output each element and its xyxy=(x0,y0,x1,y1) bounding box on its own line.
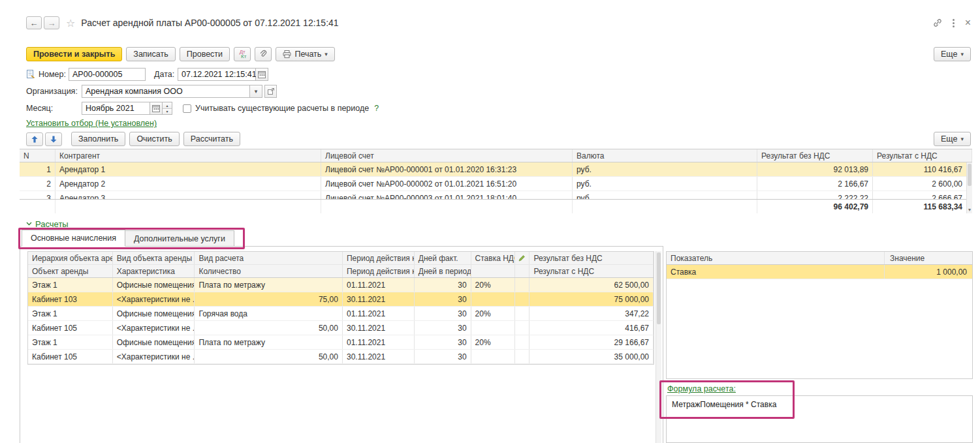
dtkt-postings-button[interactable]: ДтКт xyxy=(234,47,251,61)
back-button[interactable]: ← xyxy=(26,16,42,29)
month-stepper[interactable]: ▴ ▾ xyxy=(163,102,172,115)
table-row[interactable]: Ставка 1 000,00 xyxy=(667,265,972,279)
more-label: Еще xyxy=(941,50,957,59)
column-header: Вид расчета xyxy=(195,252,343,264)
cell: руб. xyxy=(573,162,757,176)
forward-button[interactable]: → xyxy=(44,16,59,29)
toolbar-more-button[interactable]: Еще ▾ xyxy=(934,47,971,61)
fill-label: Заполнить xyxy=(78,134,118,144)
attachments-button[interactable] xyxy=(255,47,272,61)
accruals-vertical-scrollbar[interactable] xyxy=(656,251,661,443)
table-row[interactable]: Этаж 1 Офисные помещения Плата по метраж… xyxy=(28,335,654,350)
cell: руб. xyxy=(573,191,757,199)
organization-field[interactable]: Арендная компания ООО xyxy=(82,85,250,98)
cell: 20% xyxy=(471,278,516,292)
calendar-icon[interactable] xyxy=(256,68,268,81)
cell: Арендатор 1 xyxy=(55,162,321,176)
cell: 30 xyxy=(415,307,471,320)
month-field[interactable]: Ноябрь 2021 xyxy=(82,102,150,115)
chevron-down-icon xyxy=(26,222,32,226)
get-link-icon[interactable] xyxy=(933,18,942,27)
tab-main-accruals[interactable]: Основные начисления xyxy=(22,230,125,247)
number-field[interactable]: АР00-000005 xyxy=(69,68,146,81)
pencil-icon xyxy=(515,252,530,264)
cell: 50,00 xyxy=(195,321,343,335)
close-icon[interactable]: × xyxy=(965,18,971,28)
table-row[interactable]: Этаж 1 Офисные помещения Плата по метраж… xyxy=(28,278,654,292)
calculations-collapse-toggle[interactable]: Расчеты xyxy=(26,219,69,229)
scroll-down-icon[interactable]: ▾ xyxy=(967,207,972,213)
cell: 2 166,67 xyxy=(757,177,873,191)
formula-field[interactable]: МетражПомещения * Ставка xyxy=(666,395,973,443)
column-header: Результат без НДС xyxy=(757,149,873,162)
save-button[interactable]: Записать xyxy=(126,47,175,61)
cell: 30 xyxy=(415,350,471,363)
table-row[interactable]: Этаж 1 Офисные помещения Горячая вода 01… xyxy=(28,307,654,321)
column-header xyxy=(471,265,516,277)
scrollbar-thumb[interactable] xyxy=(657,252,661,324)
total-with-vat: 115 683,34 xyxy=(873,200,972,213)
chevron-down-icon: ▾ xyxy=(960,136,964,142)
cell: 35 000,00 xyxy=(530,350,654,363)
document-icon xyxy=(26,70,35,79)
table-row[interactable]: 3 Арендатор 3 Лицевой счет №АР00-000003 … xyxy=(20,191,972,199)
cell: Лицевой счет №АР00-000003 от 01.01.2021 … xyxy=(321,191,573,199)
cell: Горячая вода xyxy=(195,307,343,320)
consider-existing-checkbox[interactable] xyxy=(183,104,191,113)
cell: 30.11.2021 xyxy=(343,292,415,306)
post-button[interactable]: Провести xyxy=(180,47,230,61)
move-up-button[interactable] xyxy=(26,132,43,146)
cell: 30.11.2021 xyxy=(343,350,415,363)
post-and-close-button[interactable]: Провести и закрыть xyxy=(26,47,122,61)
cell: 01.11.2021 xyxy=(343,307,415,320)
window-controls: × xyxy=(933,18,971,29)
help-link[interactable]: ? xyxy=(374,104,379,113)
open-reference-icon[interactable] xyxy=(264,85,277,98)
save-label: Записать xyxy=(133,50,168,59)
vertical-scrollbar[interactable]: ▾ xyxy=(966,162,972,213)
date-field[interactable]: 07.12.2021 12:15:41 xyxy=(178,68,256,81)
cell: 3 xyxy=(20,191,55,199)
tab-additional-services[interactable]: Дополнительные услуги xyxy=(125,230,234,247)
cell: 416,67 xyxy=(530,321,654,335)
cell xyxy=(471,350,516,363)
table-row[interactable]: Кабинет 103 <Характеристики не ... 75,00… xyxy=(28,292,654,307)
list-more-button[interactable]: Еще ▾ xyxy=(934,132,971,146)
cell: 110 416,67 xyxy=(873,162,972,176)
table-row[interactable]: Кабинет 105 <Характеристики не ... 50,00… xyxy=(28,321,654,335)
table-row[interactable]: 1 Арендатор 1 Лицевой счет №АР00-000001 … xyxy=(20,162,972,177)
spin-up-icon[interactable]: ▴ xyxy=(163,102,172,108)
kebab-menu-icon[interactable] xyxy=(951,18,956,29)
indicator-value: 1 000,00 xyxy=(885,265,972,279)
fill-button[interactable]: Заполнить xyxy=(71,132,125,146)
calculate-button[interactable]: Рассчитать xyxy=(183,132,240,146)
consider-existing-label: Учитывать существующие расчеты в периоде xyxy=(195,104,369,113)
print-button[interactable]: Печать ▾ xyxy=(276,47,334,61)
dropdown-select-icon[interactable]: ▾ xyxy=(250,85,262,98)
calculate-label: Рассчитать xyxy=(191,134,233,144)
calculations-tabs: Основные начисления Дополнительные услуг… xyxy=(22,230,234,247)
column-header: Вид объекта аренды xyxy=(113,252,195,264)
calendar-icon[interactable] xyxy=(150,102,163,115)
favorite-star-icon[interactable]: ☆ xyxy=(66,17,75,29)
number-date-row: Номер: АР00-000005 Дата: 07.12.2021 12:1… xyxy=(26,67,268,82)
spin-down-icon[interactable]: ▾ xyxy=(163,108,172,115)
cell: 2 xyxy=(20,177,55,191)
cell: 20% xyxy=(471,335,516,349)
accruals-table: Иерархия объекта аре... Вид объекта арен… xyxy=(27,251,654,365)
clear-button[interactable]: Очистить xyxy=(129,132,179,146)
filter-row: Установить отбор (Не установлен) xyxy=(26,118,157,128)
formula-label-row: Формула расчета: xyxy=(667,384,736,393)
cell: 2 600,00 xyxy=(873,177,972,191)
formula-link[interactable]: Формула расчета: xyxy=(667,384,736,393)
cell: Лицевой счет №АР00-000001 от 01.01.2020 … xyxy=(321,162,573,176)
move-down-button[interactable] xyxy=(45,132,62,146)
set-filter-link[interactable]: Установить отбор (Не установлен) xyxy=(26,119,157,128)
table-row[interactable]: Кабинет 105 <Характеристики не ... 50,00… xyxy=(28,350,654,364)
cell: <Характеристики не ... xyxy=(113,321,195,335)
indicators-header: Показатель Значение xyxy=(667,252,972,265)
cell xyxy=(471,321,516,335)
column-header: Результат с НДС xyxy=(873,149,972,162)
scrollbar-thumb[interactable] xyxy=(968,164,972,186)
table-row[interactable]: 2 Арендатор 2 Лицевой счет №АР00-000002 … xyxy=(20,177,972,191)
